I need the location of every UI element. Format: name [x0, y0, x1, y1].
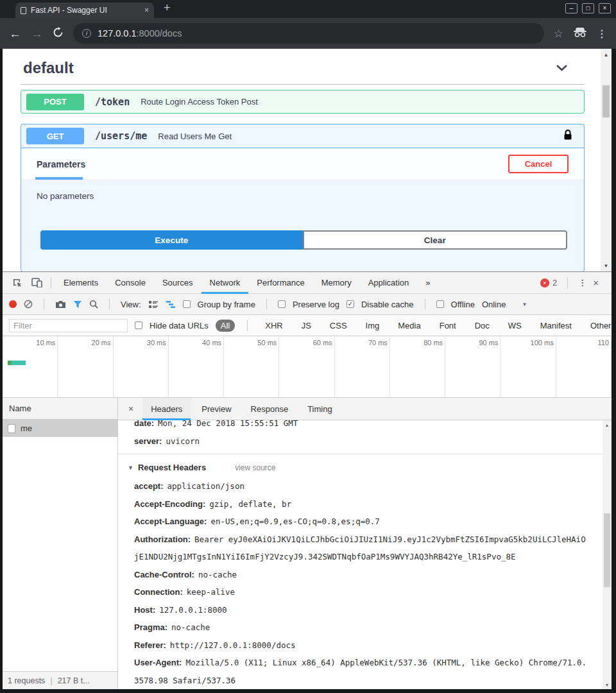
incognito-icon	[573, 27, 587, 40]
filter-type-media[interactable]: Media	[393, 320, 425, 332]
detail-tab-response[interactable]: Response	[243, 398, 297, 420]
dropdown-caret-icon[interactable]: ▼	[522, 302, 527, 307]
address-bar[interactable]: i 127.0.0.1:8000/docs	[73, 23, 544, 44]
divider	[567, 277, 568, 289]
execute-button[interactable]: Execute	[40, 230, 303, 250]
offline-checkbox[interactable]	[436, 300, 444, 308]
reload-icon[interactable]	[53, 27, 64, 40]
detail-tab-preview[interactable]: Preview	[193, 398, 239, 420]
request-row-me[interactable]: me	[3, 420, 117, 437]
request-header-row: Authorization:Bearer eyJ0eXAiOiJKV1QiLCJ…	[118, 531, 603, 566]
tab-sources[interactable]: Sources	[154, 272, 201, 294]
device-toolbar-icon[interactable]	[31, 278, 42, 287]
endpoint-header[interactable]: GET /users/me Read Users Me Get	[21, 124, 584, 148]
divider	[247, 320, 248, 331]
timeline-tick: 30 ms	[114, 336, 169, 397]
name-column-header[interactable]: Name	[3, 398, 117, 420]
browser-menu-icon[interactable]: ⋮	[597, 28, 607, 40]
tab-elements[interactable]: Elements	[55, 272, 107, 294]
inspect-element-icon[interactable]	[12, 278, 22, 288]
window-close-button[interactable]: ×	[599, 3, 611, 13]
scroll-up-icon[interactable]: ▲	[601, 50, 612, 59]
bookmark-star-icon[interactable]: ☆	[554, 27, 563, 40]
devtools-menu-icon[interactable]: ⋮	[578, 278, 586, 287]
url-path: :8000/docs	[136, 28, 182, 38]
filter-funnel-icon[interactable]	[73, 300, 82, 309]
preserve-log-checkbox[interactable]	[278, 300, 286, 308]
filter-type-ws[interactable]: WS	[503, 320, 527, 332]
devtools-panel: Elements Console Sources Network Perform…	[3, 271, 612, 689]
timeline-tick: 20 ms	[58, 336, 113, 397]
filter-input[interactable]	[9, 319, 128, 332]
scroll-down-icon[interactable]: ▼	[603, 681, 612, 689]
throttling-select[interactable]: Online	[482, 300, 506, 309]
tab-close-icon[interactable]: ×	[144, 6, 149, 14]
new-tab-button[interactable]: +	[164, 1, 171, 15]
requests-column: Name me 1 requests | 217 B t...	[3, 398, 118, 689]
filter-type-all[interactable]: All	[216, 320, 235, 332]
request-header-row: Referer:http://127.0.0.1:8000/docs	[118, 637, 603, 654]
response-header-row: date:Mon, 24 Dec 2018 15:55:51 GMT	[118, 420, 603, 432]
detail-tabbar: × Headers Preview Response Timing	[118, 398, 612, 420]
more-tabs-icon[interactable]: »	[417, 272, 438, 294]
forward-icon[interactable]: →	[31, 28, 43, 40]
filter-type-js[interactable]: JS	[296, 320, 316, 332]
filter-type-img[interactable]: Img	[361, 320, 385, 332]
network-toolbar: View: Group by frame Preserve log ✓ Disa…	[3, 294, 612, 315]
tab-console[interactable]: Console	[107, 272, 154, 294]
endpoint-get-users-me: GET /users/me Read Users Me Get Paramete…	[21, 124, 585, 271]
chevron-down-icon[interactable]	[556, 62, 568, 74]
info-icon[interactable]: i	[82, 29, 91, 38]
hide-data-urls-checkbox[interactable]	[135, 321, 142, 329]
collapse-triangle-icon[interactable]: ▼	[128, 458, 133, 477]
network-overview-timeline[interactable]: 10 ms 20 ms 30 ms 40 ms 50 ms 60 ms 70 m…	[3, 336, 612, 398]
group-by-frame-label: Group by frame	[198, 300, 255, 309]
timeline-tick: 110	[556, 336, 612, 397]
detail-scrollbar[interactable]: ▲ ▼	[603, 420, 612, 689]
filter-type-doc[interactable]: Doc	[470, 320, 495, 332]
devtools-close-icon[interactable]: ×	[593, 277, 599, 288]
method-badge-post: POST	[26, 94, 84, 110]
tab-performance[interactable]: Performance	[248, 272, 312, 294]
filter-type-css[interactable]: CSS	[325, 320, 352, 332]
filter-type-font[interactable]: Font	[434, 320, 461, 332]
browser-titlebar: Fast API - Swagger UI × + – □ ×	[0, 0, 616, 18]
filter-type-manifest[interactable]: Manifest	[535, 320, 577, 332]
record-icon[interactable]	[9, 300, 17, 308]
request-headers-section[interactable]: ▼ Request Headers view source	[118, 458, 603, 477]
section-header[interactable]: default	[21, 59, 585, 77]
filter-type-xhr[interactable]: XHR	[260, 320, 287, 332]
detail-close-icon[interactable]: ×	[122, 404, 140, 414]
detail-tab-headers[interactable]: Headers	[142, 398, 191, 420]
clear-button[interactable]: Clear	[303, 230, 568, 250]
back-icon[interactable]: ←	[9, 28, 21, 40]
page-scrollbar[interactable]: ▲ ▼	[601, 49, 612, 271]
view-list-icon[interactable]	[148, 300, 158, 309]
detail-tab-timing[interactable]: Timing	[299, 398, 341, 420]
scroll-down-icon[interactable]: ▼	[601, 261, 612, 270]
tab-memory[interactable]: Memory	[313, 272, 360, 294]
scrollbar-thumb[interactable]	[604, 513, 610, 587]
maximize-button[interactable]: □	[582, 3, 594, 13]
tab-application[interactable]: Application	[360, 272, 418, 294]
clear-icon[interactable]	[24, 300, 33, 309]
scroll-up-icon[interactable]: ▲	[603, 421, 612, 429]
view-waterfall-icon[interactable]	[166, 300, 176, 309]
browser-tab[interactable]: Fast API - Swagger UI ×	[15, 3, 154, 18]
scrollbar-thumb[interactable]	[603, 85, 610, 117]
screenshot-camera-icon[interactable]	[55, 300, 66, 309]
search-icon[interactable]	[89, 300, 98, 309]
timeline-tick: 70 ms	[335, 336, 390, 397]
divider	[109, 298, 110, 310]
lock-icon[interactable]	[563, 129, 572, 143]
minimize-button[interactable]: –	[565, 3, 578, 13]
view-source-link[interactable]: view source	[235, 458, 275, 477]
group-by-frame-checkbox[interactable]	[183, 300, 191, 308]
disable-cache-checkbox[interactable]: ✓	[346, 300, 354, 308]
endpoint-post-token[interactable]: POST /token Route Login Access Token Pos…	[21, 90, 585, 114]
swagger-content: default POST /token Route Login Access T…	[3, 49, 601, 271]
filter-type-other[interactable]: Other	[585, 320, 616, 332]
cancel-button[interactable]: Cancel	[508, 155, 569, 173]
tab-network[interactable]: Network	[201, 272, 249, 294]
error-badge[interactable]: × 2	[540, 278, 557, 287]
